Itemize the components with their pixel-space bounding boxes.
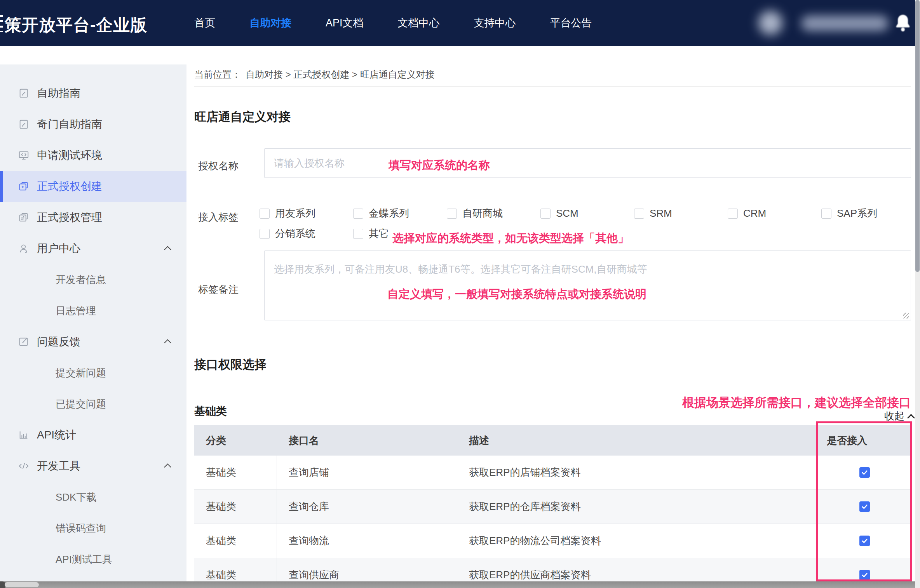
sidebar-item[interactable]: 问题反馈 (0, 326, 186, 357)
sidebar-item[interactable]: 申请测试环境 (0, 140, 186, 171)
user-avatar-blurred[interactable] (758, 11, 782, 35)
breadcrumb-path[interactable]: 自助对接 > 正式授权创建 > 旺店通自定义对接 (246, 69, 435, 80)
sidebar-item[interactable]: API测试工具 (0, 544, 186, 575)
nav-item[interactable]: 文档中心 (398, 16, 440, 30)
remark-textarea[interactable] (264, 251, 911, 320)
table-body: 基础类查询店铺获取ERP的店铺档案资料基础类查询仓库获取ERP的仓库档案资料基础… (194, 456, 911, 588)
sidebar-item-active[interactable]: 正式授权创建 (0, 171, 186, 202)
auth-name-label: 授权名称 (198, 159, 239, 173)
checkbox-unchecked[interactable] (353, 229, 363, 239)
checkbox-checked[interactable] (859, 570, 870, 580)
nav-item[interactable]: 平台公告 (550, 16, 592, 30)
table-cell: 查询店铺 (277, 456, 457, 489)
sidebar-item-label: 正式授权创建 (37, 179, 102, 194)
tag-option-label: SRM (650, 207, 672, 219)
tag-option[interactable]: 自研商城 (447, 207, 540, 220)
feedback-icon (18, 336, 30, 348)
tag-option-label: 其它 (369, 227, 389, 240)
user-name-blurred[interactable] (801, 16, 889, 31)
sidebar-item-label: 开发者信息 (56, 273, 106, 287)
tag-option-label: CRM (743, 207, 766, 219)
table-row: 基础类查询店铺获取ERP的店铺档案资料 (194, 456, 911, 490)
checkbox-unchecked[interactable] (634, 209, 644, 219)
annotation-tags: 选择对应的系统类型，如无该类型选择「其他」 (392, 231, 629, 246)
tags-label: 接入标签 (198, 210, 239, 224)
horizontal-scrollbar[interactable] (0, 581, 915, 588)
api-permissions-table: 分类接口名描述是否接入 基础类查询店铺获取ERP的店铺档案资料基础类查询仓库获取… (194, 425, 911, 588)
nav-item[interactable]: 自助对接 (249, 16, 291, 30)
table-cell-join (818, 456, 911, 489)
chevron-up-icon (164, 339, 171, 346)
checkbox-unchecked[interactable] (728, 209, 738, 219)
tag-option-label: 分销系统 (275, 227, 315, 240)
sidebar-item-label: 问题反馈 (37, 334, 80, 349)
tag-option[interactable]: 分销系统 (260, 227, 353, 240)
table-cell: 基础类 (194, 490, 277, 524)
checkbox-unchecked[interactable] (447, 209, 457, 219)
sidebar-item[interactable]: 已提交问题 (0, 388, 186, 419)
checkbox-unchecked[interactable] (260, 229, 270, 239)
checkbox-checked[interactable] (859, 501, 870, 512)
collapse-toggle[interactable]: 收起 (884, 409, 914, 423)
tag-option[interactable]: SAP系列 (821, 207, 915, 220)
vertical-scrollbar[interactable] (915, 0, 920, 588)
group-title-basic: 基础类 (194, 404, 227, 419)
page: 策开放平台-企业版 首页自助对接API文档文档中心支持中心平台公告 自助指南奇门… (0, 0, 920, 588)
tag-option[interactable]: 金蝶系列 (353, 207, 447, 220)
sidebar-item[interactable]: 日志管理 (0, 295, 186, 326)
nav-item[interactable]: 首页 (194, 16, 215, 30)
textarea-resize-handle[interactable] (903, 313, 909, 318)
table-cell: 基础类 (194, 456, 277, 489)
tag-option[interactable]: 用友系列 (260, 207, 353, 220)
checkbox-unchecked[interactable] (821, 209, 831, 219)
sidebar-item-label: 正式授权管理 (37, 210, 102, 225)
auth-manage-icon (18, 212, 30, 223)
sidebar-item[interactable]: SDK下载 (0, 482, 186, 513)
guide-icon (18, 118, 30, 130)
horizontal-scrollbar-thumb[interactable] (5, 582, 39, 587)
sidebar-item[interactable]: 奇门自助指南 (0, 109, 186, 140)
chevron-up-icon (164, 246, 171, 253)
table-row: 基础类查询仓库获取ERP的仓库档案资料 (194, 490, 911, 524)
sidebar-nav: 自助指南奇门自助指南申请测试环境正式授权创建正式授权管理用户中心开发者信息日志管… (0, 64, 186, 581)
nav-item[interactable]: 支持中心 (474, 16, 516, 30)
sidebar-item-label: 提交新问题 (56, 366, 106, 380)
checkbox-checked[interactable] (859, 536, 870, 546)
sidebar-item-label: 奇门自助指南 (37, 117, 102, 132)
tag-option-label: SAP系列 (837, 207, 877, 220)
sidebar-item-label: 申请测试环境 (37, 148, 102, 163)
sidebar-item[interactable]: 开发者信息 (0, 264, 186, 295)
sidebar-item[interactable]: 正式授权管理 (0, 202, 186, 233)
notification-bell-icon[interactable] (893, 12, 913, 34)
checkbox-unchecked[interactable] (260, 209, 270, 219)
remark-label: 标签备注 (198, 283, 239, 296)
sidebar-item[interactable]: 提交新问题 (0, 357, 186, 388)
vertical-scrollbar-thumb[interactable] (915, 0, 920, 272)
table-header-cell: 分类 (194, 425, 277, 456)
tag-option-label: 用友系列 (275, 207, 315, 220)
sidebar-item-label: SDK下载 (56, 491, 96, 504)
sidebar-item[interactable]: 自助指南 (0, 78, 186, 109)
tag-option-label: SCM (556, 207, 578, 219)
tag-option[interactable]: SCM (540, 207, 634, 220)
remark-textarea-wrap (264, 251, 911, 320)
user-icon (18, 243, 30, 254)
checkbox-unchecked[interactable] (540, 209, 551, 219)
collapse-label: 收起 (884, 409, 904, 423)
checkbox-checked[interactable] (859, 467, 870, 478)
sidebar-item[interactable]: 错误码查询 (0, 513, 186, 544)
tag-option-label: 自研商城 (462, 207, 503, 220)
chevron-up-icon (164, 463, 171, 470)
breadcrumb-label: 当前位置： (194, 69, 241, 80)
sidebar-item[interactable]: API统计 (0, 419, 186, 451)
checkbox-unchecked[interactable] (353, 209, 363, 219)
breadcrumb-divider (194, 86, 911, 87)
sidebar-item[interactable]: 开发工具 (0, 451, 186, 482)
tag-option[interactable]: SRM (634, 207, 728, 220)
sidebar-item[interactable]: 用户中心 (0, 233, 186, 264)
sidebar-item-label: API统计 (37, 428, 76, 442)
tag-option[interactable]: CRM (728, 207, 821, 220)
nav-item[interactable]: API文档 (326, 16, 364, 30)
main-content: 当前位置：自助对接 > 正式授权创建 > 旺店通自定义对接 旺店通自定义对接 授… (186, 46, 920, 588)
auth-name-input[interactable] (264, 148, 911, 178)
